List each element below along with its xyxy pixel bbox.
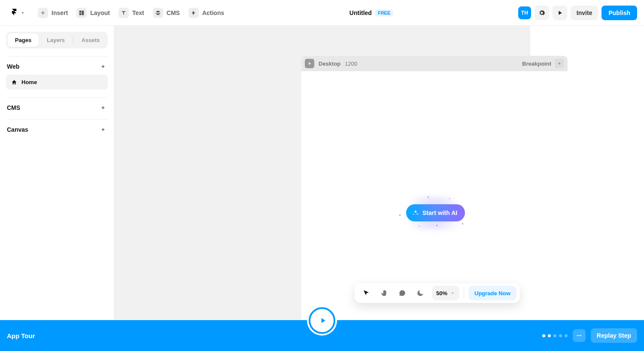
- add-web-page-button[interactable]: [99, 63, 107, 70]
- project-title-area: Untitled FREE: [228, 9, 515, 16]
- tab-layers[interactable]: Layers: [40, 33, 71, 47]
- left-sidebar: Pages Layers Assets Web Home CMS Canvas: [0, 26, 114, 320]
- layout-icon: [76, 8, 87, 18]
- zoom-dropdown[interactable]: 50%: [432, 286, 459, 300]
- comment-tool-button[interactable]: [394, 285, 410, 301]
- zoom-value: 50%: [436, 290, 447, 297]
- svg-point-1: [579, 335, 580, 336]
- add-cms-button[interactable]: [99, 104, 107, 112]
- tab-divider: [73, 36, 73, 44]
- tour-dot[interactable]: [548, 334, 551, 337]
- tour-more-button[interactable]: [573, 329, 586, 342]
- insert-menu[interactable]: Insert: [38, 8, 68, 18]
- plus-icon: [38, 8, 48, 18]
- settings-button[interactable]: [535, 6, 549, 20]
- section-cms-header: CMS: [6, 104, 108, 112]
- actions-menu[interactable]: Actions: [188, 8, 224, 18]
- sparkle-icon: [419, 226, 420, 227]
- upgrade-label: Upgrade Now: [474, 290, 510, 297]
- tab-pages[interactable]: Pages: [8, 33, 39, 47]
- cursor-tool-button[interactable]: [358, 285, 374, 301]
- section-web-header: Web: [6, 63, 108, 70]
- ai-button-wrap: Start with AI: [406, 204, 465, 221]
- chevron-down-icon: [450, 290, 455, 296]
- invite-label: Invite: [577, 9, 592, 16]
- breakpoint-device-icon[interactable]: [305, 59, 314, 68]
- play-icon: [307, 61, 312, 66]
- cursor-icon: [362, 289, 370, 297]
- user-avatar[interactable]: TH: [518, 6, 531, 19]
- comment-icon: [398, 289, 406, 297]
- plan-badge: FREE: [375, 9, 393, 16]
- dark-mode-button[interactable]: [412, 285, 428, 301]
- framer-logo-icon: [10, 8, 18, 18]
- invite-button[interactable]: Invite: [571, 6, 598, 20]
- text-icon: [118, 8, 129, 18]
- breakpoint-device[interactable]: Desktop: [319, 61, 340, 67]
- add-canvas-button[interactable]: [99, 126, 107, 133]
- tour-play-button[interactable]: [309, 307, 335, 334]
- section-canvas: Canvas: [6, 119, 108, 133]
- home-icon: [11, 79, 17, 85]
- text-menu[interactable]: Text: [118, 8, 144, 18]
- replay-label: Replay Step: [597, 332, 631, 339]
- start-with-ai-button[interactable]: Start with AI: [406, 204, 465, 221]
- section-canvas-header: Canvas: [6, 126, 108, 133]
- hand-tool-button[interactable]: [376, 285, 392, 301]
- section-cms-title: CMS: [7, 104, 20, 111]
- project-title[interactable]: Untitled: [349, 9, 372, 16]
- section-cms: CMS: [6, 97, 108, 112]
- preview-button[interactable]: [553, 6, 567, 20]
- page-item-label: Home: [21, 79, 37, 85]
- hand-icon: [380, 289, 388, 297]
- layout-label: Layout: [90, 9, 110, 16]
- moon-icon: [416, 289, 424, 297]
- tour-dot[interactable]: [565, 334, 568, 337]
- app-tour-bar: App Tour Replay Step: [0, 320, 644, 351]
- section-web: Web Home: [6, 56, 108, 90]
- sparkle-icon: [449, 198, 450, 199]
- tour-dot[interactable]: [553, 334, 556, 337]
- canvas-area[interactable]: Desktop 1200 Breakpoint Start with AI: [114, 26, 530, 320]
- cms-label: CMS: [167, 9, 180, 16]
- publish-label: Publish: [608, 9, 630, 16]
- add-breakpoint-button[interactable]: [555, 59, 564, 68]
- svg-point-2: [580, 335, 582, 336]
- insert-label: Insert: [52, 9, 68, 16]
- sparkle-icon: [412, 209, 419, 216]
- sparkle-icon: [399, 215, 401, 216]
- text-label: Text: [132, 9, 144, 16]
- breakpoint-width[interactable]: 1200: [345, 61, 357, 67]
- canvas-toolbar: 50% Upgrade Now: [355, 283, 520, 303]
- publish-button[interactable]: Publish: [601, 6, 637, 20]
- page-item-home[interactable]: Home: [6, 75, 108, 90]
- cms-menu[interactable]: CMS: [153, 8, 180, 18]
- layout-menu[interactable]: Layout: [76, 8, 110, 18]
- top-toolbar-right: TH Invite Publish: [518, 6, 637, 20]
- play-icon: [319, 316, 327, 325]
- gear-icon: [538, 9, 545, 16]
- breakpoint-label: Breakpoint: [522, 61, 551, 67]
- main-body: Pages Layers Assets Web Home CMS Canvas: [0, 26, 644, 320]
- top-toolbar-left: Insert Layout Text CMS Actions: [7, 6, 224, 20]
- tour-dot[interactable]: [559, 334, 562, 337]
- sidebar-tabs: Pages Layers Assets: [6, 32, 108, 48]
- upgrade-button[interactable]: Upgrade Now: [468, 286, 516, 300]
- play-icon: [556, 9, 563, 16]
- ai-button-label: Start with AI: [422, 209, 457, 216]
- replay-step-button[interactable]: Replay Step: [591, 328, 637, 343]
- plus-icon: [557, 61, 562, 66]
- sparkle-icon: [462, 223, 463, 224]
- bolt-icon: [188, 8, 199, 18]
- toolbar-divider: [464, 288, 464, 298]
- tour-right: Replay Step: [542, 328, 637, 343]
- section-web-title: Web: [7, 63, 19, 70]
- actions-label: Actions: [202, 9, 224, 16]
- tab-assets[interactable]: Assets: [75, 33, 106, 47]
- app-menu-button[interactable]: [7, 6, 29, 20]
- sparkle-icon: [428, 197, 429, 198]
- breakpoint-bar: Desktop 1200 Breakpoint: [301, 56, 568, 71]
- section-canvas-title: Canvas: [7, 126, 28, 133]
- tour-title: App Tour: [7, 332, 35, 339]
- tour-dot[interactable]: [542, 334, 545, 337]
